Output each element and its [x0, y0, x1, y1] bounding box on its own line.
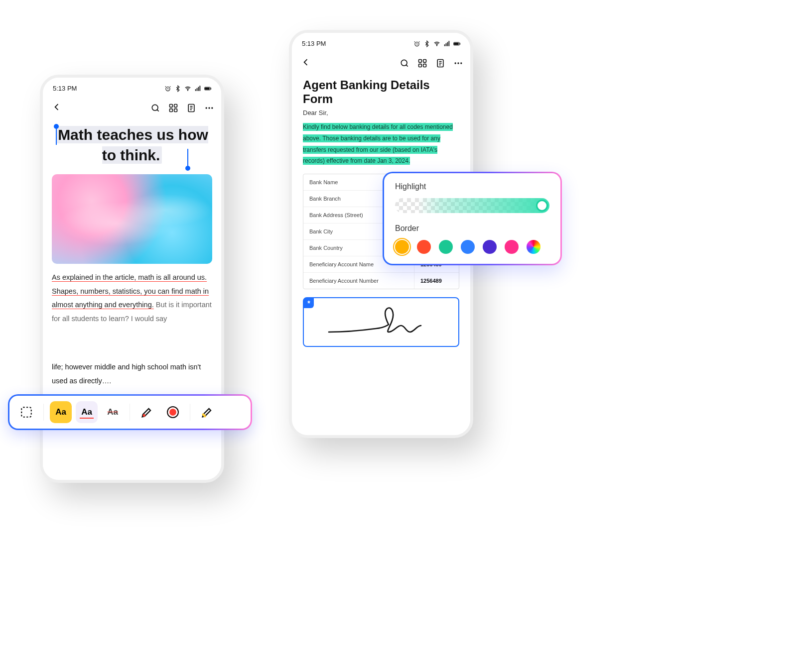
border-colors	[395, 240, 549, 254]
color-swatch-yellow[interactable]	[395, 240, 409, 254]
svg-point-21	[436, 45, 437, 45]
slider-thumb[interactable]	[536, 200, 548, 212]
bluetooth-icon	[423, 40, 430, 47]
page-icon[interactable]	[435, 58, 445, 68]
color-swatch-purple[interactable]	[483, 240, 497, 254]
signature-field[interactable]: *	[303, 297, 459, 347]
status-time: 5:13 PM	[53, 85, 77, 92]
svg-rect-18	[21, 407, 31, 417]
selection-handle-end[interactable]	[185, 166, 190, 171]
signature-drawing	[326, 305, 436, 339]
svg-rect-11	[174, 105, 177, 108]
divider	[43, 404, 44, 421]
status-time: 5:13 PM	[302, 40, 326, 47]
border-label: Border	[395, 224, 549, 233]
more-icon[interactable]	[204, 103, 214, 113]
svg-point-36	[457, 62, 459, 64]
document-greeting: Dear Sir,	[292, 106, 470, 121]
selection-caret-end	[187, 149, 188, 166]
svg-rect-24	[447, 42, 448, 46]
svg-rect-4	[198, 87, 199, 91]
svg-rect-13	[174, 109, 177, 112]
bluetooth-icon	[174, 85, 181, 92]
color-swatch-blue[interactable]	[461, 240, 475, 254]
selection-caret-start	[56, 128, 57, 145]
app-toolbar	[43, 96, 221, 123]
color-picker-button[interactable]	[162, 401, 184, 423]
status-icons	[164, 85, 211, 92]
svg-rect-30	[419, 60, 422, 63]
svg-rect-22	[444, 44, 445, 46]
color-swatch-orange[interactable]	[417, 240, 431, 254]
highlight-opacity-slider[interactable]	[395, 198, 549, 213]
search-icon[interactable]	[150, 103, 160, 113]
svg-rect-27	[460, 43, 460, 44]
hero-image	[52, 174, 212, 264]
more-icon[interactable]	[453, 58, 463, 68]
search-icon[interactable]	[400, 58, 409, 68]
divider	[190, 404, 190, 421]
svg-point-9	[152, 105, 158, 111]
heading-selection[interactable]: Math teaches us how to think.	[43, 123, 221, 170]
svg-rect-3	[197, 88, 198, 91]
svg-rect-32	[419, 64, 422, 67]
svg-rect-31	[423, 60, 426, 63]
table-value: 1256489	[414, 273, 459, 289]
highlight-border-panel: Highlight Border	[383, 172, 562, 265]
svg-rect-28	[454, 43, 459, 45]
highlight-text-button[interactable]: Aa	[50, 401, 72, 423]
color-swatch-green[interactable]	[439, 240, 453, 254]
svg-point-15	[206, 107, 207, 109]
svg-point-16	[208, 107, 210, 109]
signal-icon	[443, 40, 450, 47]
pen-red-button[interactable]	[136, 401, 158, 423]
svg-point-35	[455, 62, 456, 64]
color-swatch-pink[interactable]	[505, 240, 519, 254]
highlight-label: Highlight	[395, 182, 549, 191]
grid-icon[interactable]	[417, 58, 427, 68]
alarm-icon	[164, 85, 171, 92]
svg-point-37	[460, 62, 462, 64]
selection-tool-button[interactable]	[15, 401, 37, 423]
divider	[130, 404, 130, 421]
svg-point-1	[187, 90, 188, 90]
grid-icon[interactable]	[168, 103, 178, 113]
svg-rect-10	[170, 105, 173, 108]
underline-text-button[interactable]: Aa	[76, 401, 98, 423]
wifi-icon	[184, 85, 191, 92]
back-button[interactable]	[50, 100, 64, 116]
document-title: Agent Banking Details Form	[292, 78, 470, 106]
svg-rect-33	[423, 64, 426, 67]
back-button[interactable]	[299, 55, 313, 71]
article-paragraph: As explained in the article, math is all…	[43, 271, 221, 326]
status-bar: 5:13 PM	[43, 78, 221, 96]
app-toolbar	[292, 51, 470, 78]
battery-icon	[453, 40, 460, 47]
color-swatch-custom[interactable]	[527, 240, 540, 254]
svg-rect-23	[446, 43, 447, 46]
status-icons	[413, 40, 460, 47]
svg-point-29	[401, 60, 407, 66]
strikethrough-text-button[interactable]: Aa	[102, 401, 124, 423]
highlighter-yellow-button[interactable]	[196, 401, 218, 423]
battery-icon	[204, 85, 211, 92]
wifi-icon	[433, 40, 440, 47]
svg-point-19	[143, 414, 145, 417]
svg-rect-2	[195, 89, 196, 91]
svg-rect-25	[449, 41, 450, 46]
svg-point-17	[211, 107, 213, 109]
alarm-icon	[413, 40, 420, 47]
page-icon[interactable]	[186, 103, 196, 113]
svg-rect-7	[211, 88, 211, 89]
table-label: Beneficiary Account Number	[303, 273, 414, 289]
status-bar: 5:13 PM	[292, 33, 470, 51]
signal-icon	[194, 85, 201, 92]
svg-rect-12	[170, 109, 173, 112]
slider-fill	[395, 198, 549, 213]
highlighted-paragraph[interactable]: Kindly find below banking details for al…	[303, 121, 459, 167]
color-swatch-red	[167, 406, 179, 418]
svg-rect-5	[200, 86, 201, 91]
table-row: Beneficiary Account Number 1256489	[303, 272, 459, 289]
format-toolbar: Aa Aa Aa	[8, 394, 252, 430]
svg-rect-8	[205, 88, 210, 90]
